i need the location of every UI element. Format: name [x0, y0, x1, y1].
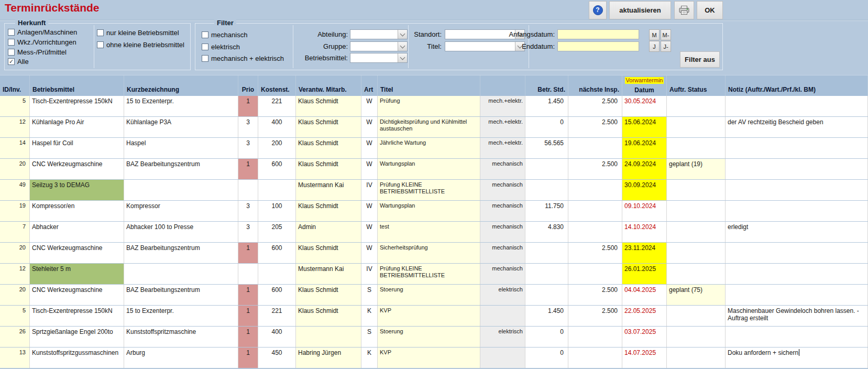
col-header-betriebsmittel[interactable]: Betriebsmittel: [30, 75, 124, 96]
cell-kurz: Kunststoffspritzmaschine: [124, 327, 238, 347]
cell-art: W: [361, 117, 378, 137]
chevron-down-icon[interactable]: [398, 53, 407, 62]
col-header-kostenst[interactable]: Kostenst.: [258, 75, 296, 96]
cell-id: 12: [0, 117, 30, 137]
cell-id: 49: [0, 180, 30, 200]
cell-insp: 2.500: [568, 117, 622, 137]
refresh-button[interactable]: aktualisieren: [609, 1, 671, 19]
group-divider: [408, 25, 409, 68]
cell-kurz: 15 to Exzenterpr.: [124, 96, 238, 116]
col-header-typ[interactable]: [480, 75, 525, 96]
cell-notiz: [726, 327, 868, 347]
cell-name: Tisch-Exzentrepresse 150kN: [30, 96, 124, 116]
table-row[interactable]: 12Stehleiter 5 mMustermann KaiIVPrüfung …: [0, 264, 868, 285]
table-row[interactable]: 20CNC WerkzeugmaschineBAZ Bearbeitungsze…: [0, 285, 868, 306]
cell-betr_std: 0: [525, 117, 568, 137]
col-header-id[interactable]: ID/Inv.: [0, 75, 30, 96]
cell-kost: 205: [258, 222, 296, 242]
cell-titel: KVP: [378, 306, 480, 326]
table-row[interactable]: 5Tisch-Exzentrepresse 150kN15 to Exzente…: [0, 96, 868, 117]
cell-name: CNC Werkzeugmaschine: [30, 243, 124, 263]
cell-insp: 2.500: [568, 306, 622, 326]
cell-verantw: Klaus Schmidt: [296, 285, 361, 305]
table-row[interactable]: 49Seilzug 3 to DEMAGMustermann KaiIVPrüf…: [0, 180, 868, 201]
table-row[interactable]: 20CNC WerkzeugmaschineBAZ Bearbeitungsze…: [0, 243, 868, 264]
checkbox-mechanisch-elektrisch[interactable]: mechanisch + elektrisch: [202, 55, 284, 62]
cell-kurz: BAZ Bearbeitungszentrum: [124, 285, 238, 305]
cell-notiz: [726, 180, 868, 200]
cell-datum: 03.07.2025: [622, 327, 667, 347]
checkbox-mechanisch[interactable]: mechanisch: [202, 31, 247, 39]
checkbox-anlagen-maschinen[interactable]: Anlagen/Maschinen: [8, 28, 77, 36]
betriebsmittel-value: [350, 53, 398, 62]
cell-status: [667, 264, 726, 284]
cell-verantw: Klaus Schmidt: [296, 138, 361, 158]
anfangsdatum-input[interactable]: [557, 29, 639, 39]
table-row[interactable]: 13KunststoffspritzgussmaschinenArburg145…: [0, 348, 868, 368]
betriebsmittel-select[interactable]: [350, 53, 408, 63]
cell-titel: Sicherheitsprüfung: [378, 243, 480, 263]
cell-datum: 30.09.2024: [622, 180, 667, 200]
print-button[interactable]: [674, 1, 694, 19]
checkbox-elektrisch[interactable]: elektrisch: [202, 43, 240, 51]
cell-notiz: [726, 264, 868, 284]
cell-notiz: Doku anfordern + sichern: [726, 348, 868, 368]
chevron-down-icon[interactable]: [398, 30, 407, 39]
checkbox-mess-pruefmittel[interactable]: Mess-/Prüfmittel: [8, 48, 67, 56]
cell-status: [667, 96, 726, 116]
col-header-prio[interactable]: Prio: [238, 75, 258, 96]
cell-datum: 15.06.2024: [622, 117, 667, 137]
checkbox-label: Mess-/Prüfmittel: [17, 48, 67, 56]
cell-name: Tisch-Exzentrepresse 150kN: [30, 306, 124, 326]
col-header-notiz[interactable]: Notiz (Auftr./Wart./Prf./kl. BM): [726, 75, 868, 96]
group-divider: [293, 25, 293, 68]
text-caret: [799, 349, 799, 356]
table-row[interactable]: 19Kompressor/enKompressor3100Klaus Schmi…: [0, 201, 868, 222]
filter-aus-button[interactable]: Filter aus: [680, 51, 720, 68]
checkbox-alle[interactable]: ✓ Alle: [8, 58, 29, 66]
checkbox-ohne-kleine-betriebsmittel[interactable]: ohne kleine Betriebsmittel: [97, 41, 184, 49]
enddatum-input[interactable]: [557, 41, 639, 51]
table-row[interactable]: 5Tisch-Exzentrepresse 150kN15 to Exzente…: [0, 306, 868, 327]
cell-insp: [568, 201, 622, 221]
col-header-kurzbezeichnung[interactable]: Kurzbezeichnung: [124, 75, 238, 96]
col-header-verantw-mitarb[interactable]: Verantw. Mitarb.: [296, 75, 361, 96]
cell-kost: [258, 264, 296, 284]
abteilung-select[interactable]: [350, 29, 408, 39]
cell-kurz: BAZ Bearbeitungszentrum: [124, 243, 238, 263]
help-button[interactable]: ?: [589, 1, 607, 19]
col-header-art[interactable]: Art: [361, 75, 378, 96]
col-header-titel[interactable]: Titel: [378, 75, 480, 96]
cell-name: Sprtzgießanlage Engel 200to: [30, 327, 124, 347]
col-header-naechste-insp[interactable]: nächste Insp.: [568, 75, 622, 96]
col-header-vorwarntermin-datum[interactable]: Vorwarntermin Datum: [622, 75, 667, 96]
cell-kurz: Haspel: [124, 138, 238, 158]
cell-prio: 3: [238, 117, 258, 137]
cell-name: CNC Werkzeugmaschine: [30, 285, 124, 305]
table-row[interactable]: 20CNC WerkzeugmaschineBAZ Bearbeitungsze…: [0, 159, 868, 180]
cell-status: [667, 222, 726, 242]
ok-button[interactable]: OK: [697, 1, 723, 19]
month-button[interactable]: M: [649, 29, 660, 40]
chevron-down-icon[interactable]: [398, 42, 407, 51]
gruppe-select[interactable]: [350, 41, 408, 51]
month-minus-button[interactable]: M-: [661, 29, 671, 40]
cell-kurz: [124, 264, 238, 284]
table-row[interactable]: 12Kühlanlage Pro AirKühlanlage P3A3400Kl…: [0, 117, 868, 138]
cell-kurz: [124, 180, 238, 200]
checkbox-nur-kleine-betriebsmittel[interactable]: nur kleine Betriebsmittel: [97, 29, 179, 37]
cell-insp: 2.500: [568, 243, 622, 263]
cell-kost: 400: [258, 117, 296, 137]
herkunft-groupbox: Herkunft Anlagen/Maschinen Wkz./Vorricht…: [4, 23, 191, 70]
table-row[interactable]: 26Sprtzgießanlage Engel 200toKunststoffs…: [0, 327, 868, 348]
year-button[interactable]: J: [649, 41, 660, 52]
cell-art: IV: [361, 180, 378, 200]
table-row[interactable]: 14Haspel für CoilHaspel3200Klaus Schmidt…: [0, 138, 868, 159]
checkbox-box: [8, 29, 15, 36]
cell-notiz: Maschinenbauer Gewindeloch bohren lassen…: [726, 306, 868, 326]
year-minus-button[interactable]: J-: [661, 41, 671, 52]
checkbox-wkz-vorrichtungen[interactable]: Wkz./Vorrichtungen: [8, 38, 76, 46]
col-header-betr-std[interactable]: Betr. Std.: [525, 75, 568, 96]
col-header-auftr-status[interactable]: Auftr. Status: [667, 75, 726, 96]
table-row[interactable]: 7AbhackerAbhacker 100 to Presse3205Admin…: [0, 222, 868, 243]
